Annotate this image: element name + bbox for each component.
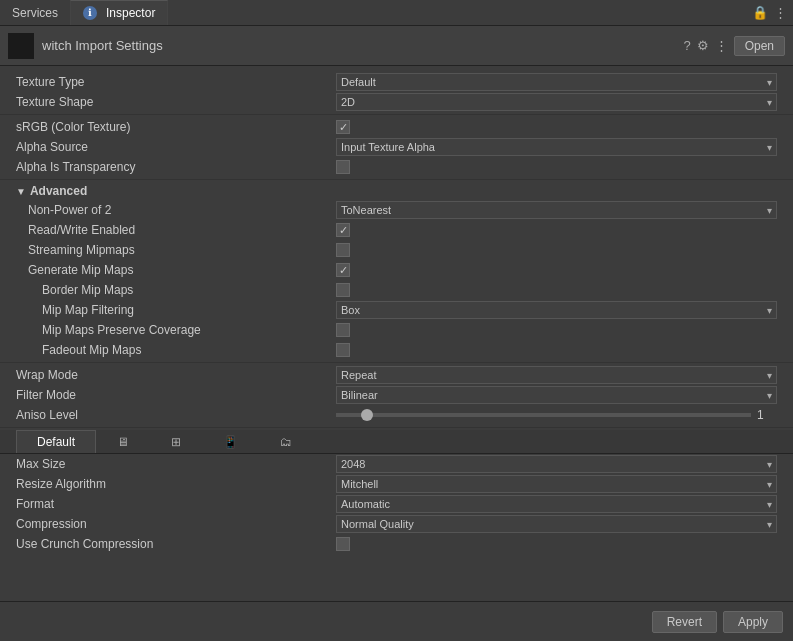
platform-tab-windows[interactable]: ⊞	[150, 430, 202, 453]
tab-services-label: Services	[12, 6, 58, 20]
border-mip-value	[336, 283, 777, 297]
compression-row: Compression None Low Quality Normal Qual…	[0, 514, 793, 534]
compression-value: None Low Quality Normal Quality High Qua…	[336, 515, 777, 533]
separator-2	[0, 179, 793, 180]
readwrite-checkbox[interactable]	[336, 223, 350, 237]
revert-button[interactable]: Revert	[652, 611, 717, 633]
other-icon: 🗂	[280, 435, 292, 449]
texture-shape-dropdown[interactable]: 2D Cube	[336, 93, 777, 111]
apply-button[interactable]: Apply	[723, 611, 783, 633]
max-size-dropdown-wrapper: 3264128256 51210242048 40968192	[336, 455, 777, 473]
filter-mode-dropdown[interactable]: Point (no filter) Bilinear Trilinear	[336, 386, 777, 404]
platform-tab-other[interactable]: 🗂	[259, 430, 313, 453]
resize-algorithm-label: Resize Algorithm	[16, 477, 336, 491]
aniso-slider-value: 1	[757, 408, 777, 422]
aniso-label: Aniso Level	[16, 408, 336, 422]
separator-4	[0, 427, 793, 428]
srgb-row: sRGB (Color Texture)	[0, 117, 793, 137]
crunch-value	[336, 537, 777, 551]
platform-tab-default-label: Default	[37, 435, 75, 449]
mip-filter-dropdown[interactable]: Box Kaiser	[336, 301, 777, 319]
border-mip-checkbox[interactable]	[336, 283, 350, 297]
compression-dropdown-wrapper: None Low Quality Normal Quality High Qua…	[336, 515, 777, 533]
open-button[interactable]: Open	[734, 36, 785, 56]
windows-icon: ⊞	[171, 435, 181, 449]
alpha-transparency-checkbox[interactable]	[336, 160, 350, 174]
platform-tab-default[interactable]: Default	[16, 430, 96, 453]
header-bar: witch Import Settings ? ⚙ ⋮ Open	[0, 26, 793, 66]
filter-mode-value: Point (no filter) Bilinear Trilinear	[336, 386, 777, 404]
compression-label: Compression	[16, 517, 336, 531]
tab-inspector-label: Inspector	[106, 6, 155, 20]
max-size-row: Max Size 3264128256 51210242048 40968192	[0, 454, 793, 474]
streaming-checkbox[interactable]	[336, 243, 350, 257]
wrap-mode-dropdown-wrapper: Repeat Clamp Mirror	[336, 366, 777, 384]
alpha-transparency-label: Alpha Is Transparency	[16, 160, 336, 174]
border-mip-label: Border Mip Maps	[16, 283, 336, 297]
fadeout-mip-checkbox[interactable]	[336, 343, 350, 357]
help-icon[interactable]: ?	[683, 38, 690, 53]
preserve-coverage-label: Mip Maps Preserve Coverage	[16, 323, 336, 337]
readwrite-row: Read/Write Enabled	[0, 220, 793, 240]
generate-mip-checkbox[interactable]	[336, 263, 350, 277]
tab-inspector[interactable]: ℹ Inspector	[70, 0, 168, 25]
alpha-source-value: None Input Texture Alpha From Gray Scale	[336, 138, 777, 156]
separator-1	[0, 114, 793, 115]
wrap-mode-value: Repeat Clamp Mirror	[336, 366, 777, 384]
inspector-icon: ℹ	[83, 6, 97, 20]
alpha-source-row: Alpha Source None Input Texture Alpha Fr…	[0, 137, 793, 157]
filter-mode-row: Filter Mode Point (no filter) Bilinear T…	[0, 385, 793, 405]
srgb-value	[336, 120, 777, 134]
wrap-mode-dropdown[interactable]: Repeat Clamp Mirror	[336, 366, 777, 384]
fadeout-mip-label: Fadeout Mip Maps	[16, 343, 336, 357]
platform-tabs: Default 🖥 ⊞ 📱 🗂	[0, 430, 793, 454]
generate-mip-label: Generate Mip Maps	[16, 263, 336, 277]
bottom-bar: Revert Apply	[0, 601, 793, 641]
readwrite-value	[336, 223, 777, 237]
format-dropdown[interactable]: Automatic RGB 24 bit RGBA 32 bit	[336, 495, 777, 513]
max-size-label: Max Size	[16, 457, 336, 471]
format-dropdown-wrapper: Automatic RGB 24 bit RGBA 32 bit	[336, 495, 777, 513]
preserve-coverage-checkbox[interactable]	[336, 323, 350, 337]
tab-bar: Services ℹ Inspector 🔒 ⋮	[0, 0, 793, 26]
compression-dropdown[interactable]: None Low Quality Normal Quality High Qua…	[336, 515, 777, 533]
standalone-icon: 🖥	[117, 435, 129, 449]
wrap-mode-label: Wrap Mode	[16, 368, 336, 382]
platform-tab-android[interactable]: 📱	[202, 430, 259, 453]
generate-mip-value	[336, 263, 777, 277]
header-title: witch Import Settings	[42, 38, 683, 53]
aniso-value: 1	[336, 408, 777, 422]
advanced-label: Advanced	[30, 184, 87, 198]
texture-shape-label: Texture Shape	[16, 95, 336, 109]
crunch-label: Use Crunch Compression	[16, 537, 336, 551]
settings-icon[interactable]: ⚙	[697, 38, 709, 53]
resize-algorithm-value: Mitchell Bilinear	[336, 475, 777, 493]
overflow-icon[interactable]: ⋮	[715, 38, 728, 53]
mip-filter-label: Mip Map Filtering	[16, 303, 336, 317]
non-power-dropdown-wrapper: None ToNearest ToLarger ToSmaller	[336, 201, 777, 219]
non-power-dropdown[interactable]: None ToNearest ToLarger ToSmaller	[336, 201, 777, 219]
alpha-transparency-row: Alpha Is Transparency	[0, 157, 793, 177]
readwrite-label: Read/Write Enabled	[16, 223, 336, 237]
streaming-row: Streaming Mipmaps	[0, 240, 793, 260]
aniso-slider[interactable]	[336, 413, 751, 417]
lock-icon[interactable]: 🔒	[752, 5, 768, 20]
advanced-arrow: ▼	[16, 186, 26, 197]
fadeout-mip-value	[336, 343, 777, 357]
tab-services[interactable]: Services	[0, 0, 70, 25]
android-icon: 📱	[223, 435, 238, 449]
max-size-dropdown[interactable]: 3264128256 51210242048 40968192	[336, 455, 777, 473]
texture-type-value: Default Normal Map Sprite (2D and UI)	[336, 73, 777, 91]
texture-shape-row: Texture Shape 2D Cube	[0, 92, 793, 112]
border-mip-row: Border Mip Maps	[0, 280, 793, 300]
resize-algorithm-dropdown[interactable]: Mitchell Bilinear	[336, 475, 777, 493]
platform-tab-standalone[interactable]: 🖥	[96, 430, 150, 453]
asset-icon	[8, 33, 34, 59]
alpha-source-dropdown[interactable]: None Input Texture Alpha From Gray Scale	[336, 138, 777, 156]
content-area: Texture Type Default Normal Map Sprite (…	[0, 66, 793, 601]
srgb-checkbox[interactable]	[336, 120, 350, 134]
texture-type-dropdown[interactable]: Default Normal Map Sprite (2D and UI)	[336, 73, 777, 91]
crunch-checkbox[interactable]	[336, 537, 350, 551]
menu-icon[interactable]: ⋮	[774, 5, 787, 20]
advanced-section-header[interactable]: ▼ Advanced	[0, 182, 793, 200]
